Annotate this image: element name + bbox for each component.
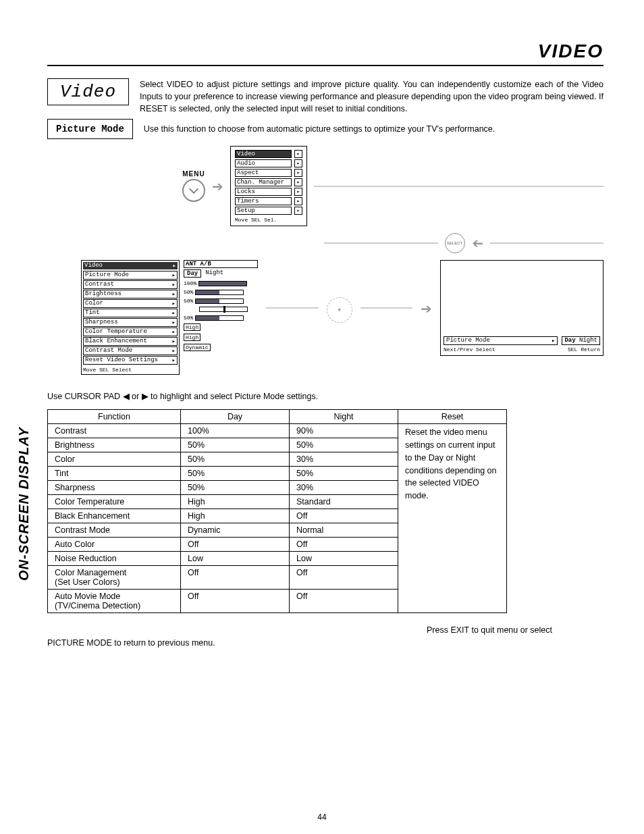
col-header-day: Day — [181, 410, 290, 424]
navigation-diagram: MENU ➔ Video▸ Audio▸ Aspect▸ Chan. Manag… — [61, 146, 603, 375]
settings-table: Function Day Night Reset Contrast100%90%… — [47, 409, 507, 613]
select-button-icon: SELECT — [445, 233, 465, 253]
cursor-pad-icon: ✦ — [327, 297, 352, 323]
video-settings-osd: Video▸ Picture Mode▸ Contrast▸ Brightnes… — [81, 260, 258, 375]
picture-mode-osd: Picture Mode▸ Day Night Next/Prev Select… — [440, 260, 603, 356]
arrow-right-icon: ➔ — [421, 301, 432, 317]
col-header-function: Function — [48, 410, 181, 424]
col-header-night: Night — [290, 410, 398, 424]
main-menu-osd: Video▸ Audio▸ Aspect▸ Chan. Manager▸ Loc… — [230, 146, 307, 226]
page-number: 44 — [0, 812, 644, 822]
side-label: ON-SCREEN DISPLAY — [16, 427, 32, 581]
arrow-right-icon: ➔ — [212, 178, 223, 194]
table-row: Contrast100%90%Reset the video menu sett… — [48, 424, 507, 438]
col-header-reset: Reset — [398, 410, 507, 424]
menu-knob-icon: MENU — [182, 170, 205, 202]
page-title: VIDEO — [47, 41, 603, 66]
cursor-instruction: Use CURSOR PAD ◀ or ▶ to highlight and s… — [47, 391, 603, 401]
exit-instruction: Press EXIT to quit menu or select PICTUR… — [47, 624, 603, 650]
picture-mode-description: Use this function to choose from automat… — [144, 124, 495, 134]
video-section-label: Video — [47, 78, 129, 105]
intro-paragraph: Select VIDEO to adjust picture settings … — [140, 78, 603, 115]
arrow-left-icon: ➔ — [472, 235, 483, 251]
picture-mode-label: Picture Mode — [47, 119, 133, 139]
